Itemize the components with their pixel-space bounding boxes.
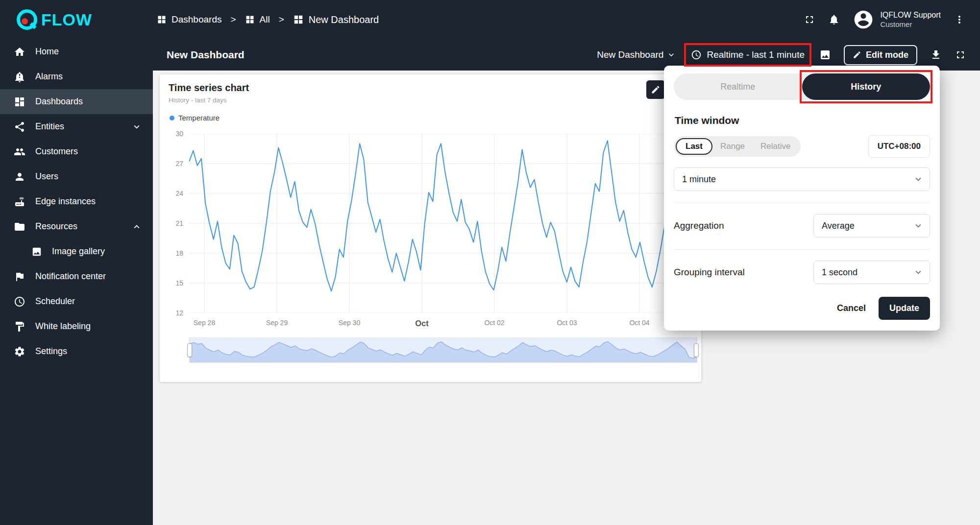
tab-history-label: History [851, 82, 881, 92]
grouping-interval-row: Grouping interval 1 second [674, 249, 930, 284]
tab-realtime-label: Realtime [720, 82, 755, 92]
user-menu[interactable]: IQFLOW Support Customer [853, 9, 941, 30]
state-selector-label: New Dashboard [597, 49, 663, 60]
chart-legend[interactable]: Temperature [170, 114, 701, 122]
sidebar-item-scheduler[interactable]: Scheduler [0, 289, 153, 314]
time-window-mode-row: Last Range Relative UTC+08:00 [674, 135, 930, 158]
time-window-label: Realtime - last 1 minute [707, 49, 805, 60]
time-window-tabs: Realtime History [674, 73, 930, 100]
fullscreen-icon[interactable] [804, 14, 815, 25]
sidebar-item-notification-center[interactable]: Notification center [0, 264, 153, 289]
tab-realtime[interactable]: Realtime [674, 73, 802, 100]
dashboards-icon [14, 96, 25, 108]
navigator-left-handle[interactable] [187, 343, 192, 357]
sidebar-item-dashboards[interactable]: Dashboards [0, 89, 153, 114]
breadcrumb-dashboards[interactable]: Dashboards [157, 14, 221, 25]
expand-fullscreen-icon[interactable] [955, 49, 966, 61]
users-icon [14, 171, 25, 183]
mode-last-button[interactable]: Last [676, 138, 712, 155]
page-title: New Dashboard [167, 49, 245, 61]
navigator-selection [190, 338, 697, 362]
time-window-popup: Realtime History Time window Last Range … [664, 66, 940, 331]
timezone-button[interactable]: UTC+08:00 [868, 135, 930, 158]
mode-relative-button[interactable]: Relative [753, 138, 798, 155]
x-axis-label: Oct 04 [629, 319, 649, 327]
chevron-down-icon[interactable] [131, 121, 142, 132]
pencil-icon [853, 50, 861, 59]
mode-range-button[interactable]: Range [712, 138, 753, 155]
x-axis-label: Oct 02 [484, 319, 504, 327]
user-text: IQFLOW Support Customer [880, 10, 941, 29]
sidebar-item-entities[interactable]: Entities [0, 114, 153, 139]
edge-router-icon [14, 196, 25, 208]
sidebar-item-alarms[interactable]: Alarms [0, 64, 153, 89]
sidebar-item-label: Scheduler [35, 296, 75, 307]
navigator-plot [190, 338, 697, 362]
grouping-interval-value: 1 second [822, 267, 858, 278]
y-axis-label: 27 [175, 160, 183, 167]
chart-navigator[interactable] [189, 337, 697, 363]
chevron-up-icon[interactable] [131, 221, 142, 232]
time-window-button-wrap: Realtime - last 1 minute [689, 47, 807, 63]
avatar [853, 9, 874, 30]
image-gallery-icon [31, 246, 42, 257]
x-axis-label: Sep 30 [339, 319, 360, 327]
y-axis-label: 24 [175, 190, 183, 197]
entities-icon [14, 121, 25, 133]
time-window-button[interactable]: Realtime - last 1 minute [689, 47, 807, 63]
sidebar-item-label: Dashboards [35, 96, 83, 107]
download-icon[interactable] [930, 49, 942, 61]
sidebar-item-label: Edge instances [35, 196, 96, 207]
user-role: Customer [880, 20, 941, 29]
grouping-interval-label: Grouping interval [674, 267, 745, 278]
widget-edit-button[interactable] [646, 80, 665, 99]
navigator-right-handle[interactable] [694, 343, 699, 357]
aggregation-select[interactable]: Average [813, 214, 930, 238]
sidebar-item-edge-instances[interactable]: Edge instances [0, 189, 153, 214]
kebab-menu-icon[interactable] [954, 14, 965, 25]
sidebar-item-label: Users [35, 171, 58, 182]
sidebar-item-image-gallery[interactable]: Image gallery [0, 239, 153, 264]
temperature-line [189, 141, 697, 301]
time-window-heading: Time window [675, 115, 930, 126]
edit-mode-button[interactable]: Edit mode [844, 45, 917, 65]
timeseries-plot [189, 134, 697, 313]
iqflow-logo[interactable]: FLOW [17, 9, 144, 30]
y-axis: 30272421181512 [167, 130, 183, 317]
aggregation-label: Aggregation [674, 220, 724, 231]
scheduler-clock-icon [14, 296, 25, 308]
breadcrumb-new-dashboard[interactable]: New Dashboard [293, 14, 379, 25]
sidebar-item-settings[interactable]: Settings [0, 339, 153, 364]
toolbar-right: New Dashboard Realtime - last 1 minute [597, 45, 966, 65]
popup-footer: Cancel Update [674, 297, 930, 320]
image-icon[interactable] [819, 49, 831, 61]
y-axis-label: 18 [175, 249, 183, 257]
timeseries-widget[interactable]: Time series chart History - last 7 days … [160, 74, 701, 382]
sidebar-item-label: Image gallery [52, 246, 105, 257]
sidebar-item-white-labeling[interactable]: White labeling [0, 314, 153, 339]
cancel-button[interactable]: Cancel [829, 298, 874, 318]
sidebar-item-home[interactable]: Home [0, 39, 153, 64]
sidebar-item-label: Notification center [35, 271, 106, 282]
mode-segmented-control: Last Range Relative [674, 136, 801, 157]
breadcrumb-all[interactable]: All [245, 14, 270, 25]
sidebar-item-resources[interactable]: Resources [0, 214, 153, 239]
sidebar-item-label: Customers [35, 146, 78, 157]
sidebar-item-label: Alarms [35, 72, 63, 82]
white-labeling-paint-icon [14, 321, 25, 333]
update-button[interactable]: Update [879, 297, 930, 320]
sidebar-item-users[interactable]: Users [0, 164, 153, 189]
x-axis-label: Sep 29 [266, 319, 288, 327]
breadcrumb-separator: > [279, 14, 284, 25]
grouping-interval-select[interactable]: 1 second [813, 261, 930, 284]
tab-history[interactable]: History [802, 73, 931, 100]
chevron-down-icon [913, 267, 924, 278]
edit-mode-label: Edit mode [866, 50, 908, 60]
notifications-bell-icon[interactable] [828, 14, 840, 25]
alarm-bell-icon [14, 71, 25, 83]
sidebar-item-label: Resources [35, 221, 77, 232]
sidebar-item-customers[interactable]: Customers [0, 139, 153, 164]
window-value-select[interactable]: 1 minute [674, 167, 930, 191]
dashboard-state-selector[interactable]: New Dashboard [597, 49, 676, 60]
y-axis-label: 30 [175, 130, 183, 138]
